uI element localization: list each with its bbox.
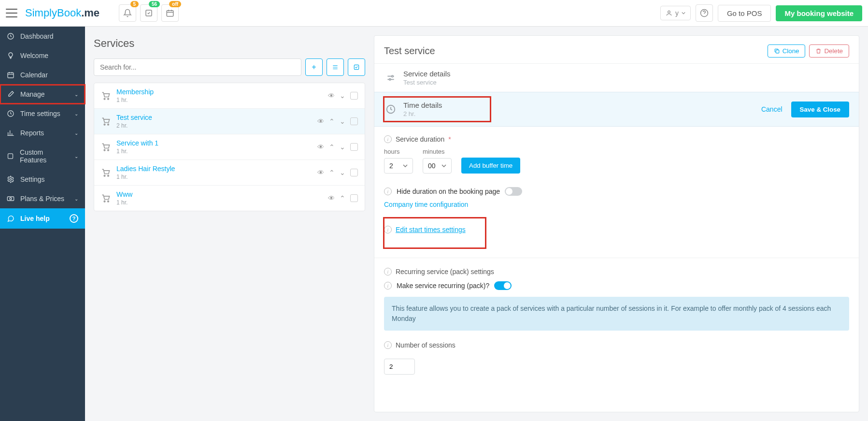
minutes-select[interactable]: 00 bbox=[423, 158, 452, 174]
nav-plans-prices[interactable]: Plans & Prices ⌄ bbox=[0, 189, 85, 208]
company-time-link[interactable]: Company time configuration bbox=[384, 201, 468, 208]
cart-icon bbox=[101, 168, 111, 177]
hours-label: hours bbox=[384, 148, 413, 155]
move-up-icon[interactable]: ⌃ bbox=[340, 194, 345, 202]
svg-point-20 bbox=[104, 201, 105, 202]
info-icon[interactable]: i bbox=[384, 341, 392, 349]
hide-duration-toggle[interactable] bbox=[505, 187, 522, 196]
svg-point-18 bbox=[104, 175, 105, 176]
service-row[interactable]: Membership1 hr. 👁⌄ bbox=[94, 83, 365, 109]
notifications-icon[interactable]: 5 bbox=[119, 4, 136, 22]
go-to-pos-button[interactable]: Go to POS bbox=[718, 5, 771, 22]
service-row[interactable]: Test service2 hr. 👁⌃⌄ bbox=[94, 109, 365, 134]
service-name: Membership bbox=[116, 88, 328, 96]
notif-badge: 5 bbox=[130, 1, 139, 7]
help-button[interactable] bbox=[696, 4, 713, 22]
user-icon bbox=[666, 10, 672, 16]
hours-select[interactable]: 2 bbox=[384, 158, 413, 174]
info-icon[interactable]: i bbox=[384, 188, 392, 195]
chevron-down-icon bbox=[682, 11, 685, 15]
checkbox[interactable] bbox=[350, 92, 358, 100]
info-icon[interactable]: i bbox=[384, 282, 392, 290]
tasks-icon[interactable]: 56 bbox=[140, 4, 157, 22]
edit-start-times-link[interactable]: Edit start times settings bbox=[396, 226, 466, 233]
section-title: Time details bbox=[403, 101, 442, 109]
info-icon[interactable]: i bbox=[384, 268, 392, 276]
svg-point-14 bbox=[104, 124, 105, 125]
service-details-section[interactable]: Service details Test service bbox=[374, 63, 859, 92]
nav-label: Reports bbox=[20, 129, 44, 137]
chat-icon bbox=[7, 215, 14, 222]
nav-label: Time settings bbox=[20, 110, 60, 117]
list-view-button[interactable] bbox=[327, 58, 344, 76]
svg-point-2 bbox=[668, 11, 670, 13]
svg-rect-7 bbox=[8, 154, 13, 159]
eye-icon[interactable]: 👁 bbox=[328, 194, 335, 202]
off-badge: off bbox=[169, 1, 181, 7]
nav-label: Settings bbox=[20, 175, 45, 183]
nav-custom-features[interactable]: Custom Features ⌄ bbox=[0, 143, 85, 170]
logo[interactable]: SimplyBook.me bbox=[25, 7, 100, 19]
eye-icon[interactable]: 👁 bbox=[328, 92, 335, 100]
required-mark: * bbox=[448, 135, 451, 143]
nav-welcome[interactable]: Welcome bbox=[0, 46, 85, 65]
section-title: Service details bbox=[403, 70, 451, 78]
service-name: Ladies Hair Restyle bbox=[116, 165, 317, 173]
move-up-icon[interactable]: ⌃ bbox=[329, 117, 335, 125]
search-input[interactable] bbox=[94, 58, 301, 76]
service-duration: 1 hr. bbox=[116, 97, 328, 103]
checkbox[interactable] bbox=[350, 117, 358, 125]
checkbox[interactable] bbox=[350, 194, 358, 202]
sliders-icon bbox=[384, 71, 398, 85]
sessions-input[interactable] bbox=[384, 359, 415, 375]
hamburger-menu[interactable] bbox=[6, 9, 17, 17]
checkbox[interactable] bbox=[350, 143, 358, 151]
move-down-icon[interactable]: ⌄ bbox=[340, 92, 345, 100]
nav-label: Custom Features bbox=[20, 148, 69, 164]
nav-reports[interactable]: Reports ⌄ bbox=[0, 123, 85, 143]
svg-point-12 bbox=[104, 98, 105, 100]
move-up-icon[interactable]: ⌃ bbox=[329, 143, 335, 151]
move-down-icon[interactable]: ⌄ bbox=[340, 169, 345, 176]
info-icon[interactable]: i bbox=[384, 135, 392, 143]
save-close-button[interactable]: Save & Close bbox=[791, 102, 849, 117]
move-down-icon[interactable]: ⌄ bbox=[340, 143, 345, 151]
chevron-down-icon: ⌄ bbox=[74, 154, 78, 159]
service-row[interactable]: Www1 hr. 👁⌃ bbox=[94, 186, 365, 211]
service-row[interactable]: Ladies Hair Restyle1 hr. 👁⌃⌄ bbox=[94, 160, 365, 186]
time-details-section[interactable]: Time details 2 hr. bbox=[384, 97, 490, 121]
nav-manage[interactable]: Manage ⌄ bbox=[0, 85, 85, 104]
cart-icon bbox=[101, 116, 111, 126]
dashboard-icon bbox=[7, 32, 14, 40]
my-booking-website-button[interactable]: My booking website bbox=[776, 5, 862, 21]
user-menu[interactable]: y bbox=[660, 6, 691, 20]
nav-time-settings[interactable]: Time settings ⌄ bbox=[0, 104, 85, 123]
svg-rect-5 bbox=[8, 73, 14, 78]
cart-icon bbox=[101, 193, 111, 203]
clone-button[interactable]: Clone bbox=[768, 44, 806, 58]
nav-live-help[interactable]: Live help ? bbox=[0, 208, 85, 229]
eye-icon[interactable]: 👁 bbox=[317, 143, 324, 151]
move-down-icon[interactable]: ⌄ bbox=[340, 117, 345, 125]
nav-dashboard[interactable]: Dashboard bbox=[0, 27, 85, 46]
chevron-down-icon: ⌄ bbox=[74, 111, 78, 116]
info-icon[interactable]: i bbox=[384, 226, 392, 233]
pencil-icon bbox=[7, 90, 14, 98]
chevron-down-icon: ⌄ bbox=[74, 196, 78, 202]
nav-calendar[interactable]: Calendar bbox=[0, 65, 85, 85]
recurring-toggle[interactable] bbox=[494, 281, 512, 290]
add-service-button[interactable]: + bbox=[305, 58, 323, 76]
eye-icon[interactable]: 👁 bbox=[317, 169, 324, 176]
move-up-icon[interactable]: ⌃ bbox=[329, 169, 335, 176]
cancel-link[interactable]: Cancel bbox=[761, 105, 783, 113]
nav-settings[interactable]: Settings bbox=[0, 170, 85, 189]
delete-button[interactable]: Delete bbox=[809, 44, 849, 58]
select-mode-button[interactable] bbox=[348, 58, 365, 76]
eye-icon[interactable]: 👁 bbox=[317, 117, 324, 125]
service-name: Www bbox=[116, 190, 328, 198]
checkbox[interactable] bbox=[350, 169, 358, 176]
svg-rect-1 bbox=[167, 11, 173, 16]
calendar-off-icon[interactable]: off bbox=[161, 4, 179, 22]
add-buffer-button[interactable]: Add buffer time bbox=[461, 158, 520, 174]
service-row[interactable]: Service with 11 hr. 👁⌃⌄ bbox=[94, 134, 365, 160]
